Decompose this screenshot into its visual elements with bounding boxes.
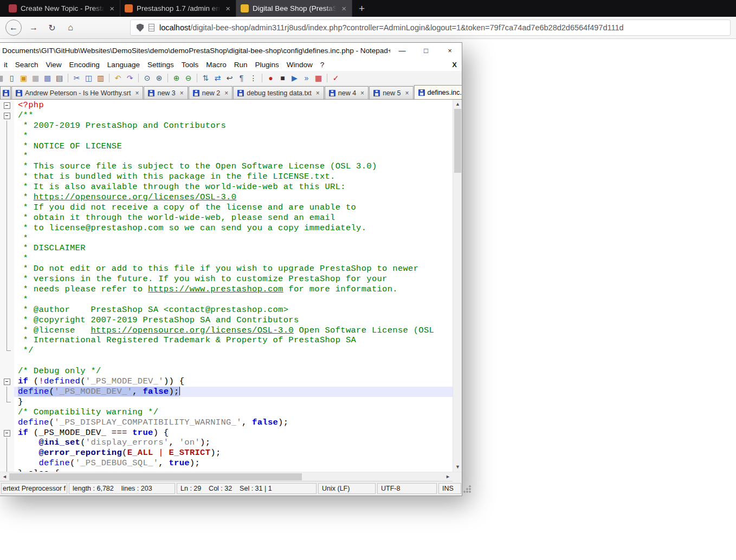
menu-item-view[interactable]: View [42,61,66,69]
menu-item-window[interactable]: Window [283,61,317,69]
browser-tab-devdocs[interactable]: Prestashop 1.7 /admin error 50× [120,0,236,17]
text-caret [179,387,180,395]
menu-item-help[interactable]: ? [317,61,328,69]
editor[interactable]: <?php/** * 2007-2019 PrestaShop and Cont… [0,100,462,472]
page-info-icon[interactable] [149,24,154,31]
horizontal-scrollbar[interactable]: ◄ ► [0,472,462,481]
open-file-icon[interactable]: ▣ [18,73,29,83]
doc-tab[interactable]: new 5× [369,86,413,99]
doc-tab-close-icon[interactable]: × [405,89,409,97]
home-button[interactable]: ⌂ [64,23,77,32]
tab-close-icon[interactable]: × [108,4,115,13]
status-encoding: UTF-8 [377,483,437,494]
menu-item-language[interactable]: Language [104,61,144,69]
refresh-button[interactable]: ↻ [46,23,59,33]
fold-toggle-icon[interactable] [0,428,14,438]
code-line: if (!defined('_PS_MODE_DEV_')) { [0,376,453,387]
resize-grip[interactable] [463,485,471,493]
code-line [0,356,453,366]
spell-check-icon[interactable]: ✓ [330,73,341,83]
stop-macro-icon[interactable]: ■ [277,73,288,83]
sync-horizontal-icon[interactable]: ⇄ [212,73,223,83]
doc-tab[interactable]: new 3× [144,86,188,99]
fold-toggle-icon[interactable] [0,100,14,110]
minimize-button[interactable]: — [390,43,414,58]
doc-tab[interactable]: new 2× [189,86,233,99]
save-file-icon[interactable]: ▦ [30,73,41,83]
menu-item-run[interactable]: Run [230,61,251,69]
doc-tab[interactable]: Andrew Peterson - Is He Worthy.srt× [11,86,143,99]
saved-file-icon [329,90,335,96]
tracking-protection-shield-icon[interactable] [137,24,144,32]
new-file-icon[interactable]: ▯ [6,73,17,83]
cut-icon[interactable]: ✂ [71,73,82,83]
doc-tab-close-icon[interactable]: × [360,89,364,97]
status-length-lines: length : 6,782 lines : 203 [69,483,175,494]
tab-close-icon[interactable]: × [224,4,231,13]
print-icon[interactable]: ▤ [54,73,65,83]
scroll-right-icon[interactable]: ► [443,472,453,481]
play-macro-icon[interactable]: ▶ [289,73,300,83]
url-text[interactable]: localhost/digital-bee-shop/admin311rj8us… [159,23,624,32]
fold-margin [0,387,14,397]
scroll-left-icon[interactable]: ◄ [0,472,9,481]
sync-vertical-icon[interactable]: ⇅ [200,73,211,83]
zoom-out-icon[interactable]: ⊖ [183,73,194,83]
menu-item-tools[interactable]: Tools [178,61,203,69]
doc-tab[interactable]: debug testing data.txt× [233,86,324,99]
indent-guide-icon[interactable]: ⋮ [248,73,259,83]
run-macro-multiple-icon[interactable]: » [301,73,312,83]
new-tab-button[interactable]: + [352,0,371,17]
vertical-scrollbar[interactable]: ▲ ▼ [453,100,462,472]
browser-tab-forum[interactable]: Create New Topic - PrestaShop× [4,0,120,17]
doc-tab-close-icon[interactable]: × [135,89,139,97]
vertical-scrollbar-thumb[interactable] [454,109,461,173]
doc-tab-label: new 5 [383,89,401,97]
undo-icon[interactable]: ↶ [112,73,124,83]
saved-file-icon [237,90,244,96]
back-button[interactable]: ← [5,19,22,36]
code-line: * NOTICE OF LICENSE [0,141,453,152]
menu-item-settings[interactable]: Settings [144,61,178,69]
record-macro-icon[interactable]: ● [265,73,276,83]
menu-item-search[interactable]: Search [11,61,42,69]
close-button[interactable]: × [438,43,462,58]
menu-item-encoding[interactable]: Encoding [66,61,104,69]
scroll-down-icon[interactable]: ▼ [453,463,462,472]
doc-tab[interactable]: defines.inc.php× [414,85,462,99]
save-macro-icon[interactable]: ▦ [313,73,324,83]
code-area[interactable]: <?php/** * 2007-2019 PrestaShop and Cont… [0,100,453,472]
tab-close-icon[interactable]: × [340,4,347,13]
show-all-characters-icon[interactable]: ¶ [236,73,247,83]
zoom-in-icon[interactable]: ⊕ [171,73,182,83]
fold-toggle-icon[interactable] [0,376,14,387]
maximize-button[interactable]: □ [414,43,438,58]
menu-item-it[interactable]: it [0,61,11,69]
doc-tab-close-icon[interactable]: × [180,89,184,97]
forward-button[interactable]: → [27,23,40,32]
doc-tab[interactable]: × [0,86,11,99]
doc-tab[interactable]: new 4× [325,86,369,99]
copy-icon[interactable]: ◫ [83,73,94,83]
save-all-icon[interactable]: ▩ [42,73,53,83]
url-bar[interactable]: localhost/digital-bee-shop/admin311rj8us… [130,19,731,36]
notepad-titlebar[interactable]: Documents\GIT\GitHub\Websites\DemoSites\… [0,43,462,58]
doc-tab-close-icon[interactable]: × [316,89,320,97]
fold-toggle-icon[interactable] [0,110,14,121]
menu-close-document-button[interactable]: X [452,61,457,69]
find-icon[interactable]: ⊙ [141,73,153,83]
browser-tab-shop[interactable]: Digital Bee Shop (PrestaShop™)× [236,0,352,17]
scroll-up-icon[interactable]: ▲ [453,100,462,109]
code-line: /* Compatibility warning */ [0,407,453,418]
word-wrap-icon[interactable]: ↩ [224,73,235,83]
prestashop-docs-favicon [125,4,133,12]
doc-tab-close-icon[interactable]: × [224,89,228,97]
redo-icon[interactable]: ↷ [124,73,135,83]
replace-icon[interactable]: ⊛ [153,73,165,83]
horizontal-scrollbar-thumb[interactable] [9,473,302,480]
code-line: * If you did not receive a copy of the l… [0,203,453,213]
paste-icon[interactable]: ▥ [95,73,106,83]
menu-item-plugins[interactable]: Plugins [251,61,283,69]
clipped-icon[interactable]: ▦ [0,73,5,83]
menu-item-macro[interactable]: Macro [202,61,230,69]
